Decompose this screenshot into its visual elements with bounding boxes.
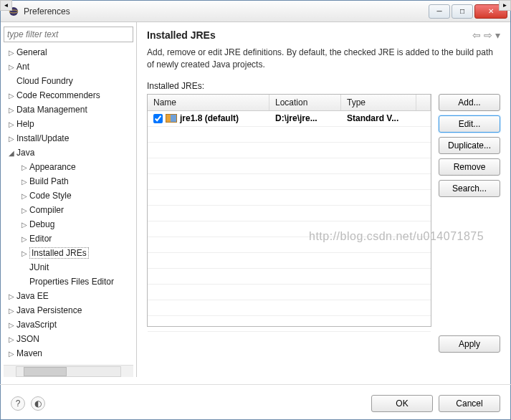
table-row: . <box>148 206 431 221</box>
tree-item-label: Help <box>16 119 34 129</box>
tree-item[interactable]: ▷Editor <box>4 232 133 246</box>
tree-item-label: Cloud Foundry <box>16 76 73 86</box>
table-row: . <box>148 300 431 316</box>
col-type[interactable]: Type <box>341 95 416 110</box>
preferences-tree[interactable]: ▷General▷AntCloud Foundry▷Code Recommend… <box>4 45 133 365</box>
tree-item[interactable]: ▷Java Persistence <box>4 303 133 318</box>
arrow-right-icon: ▷ <box>6 335 16 343</box>
jre-location: D:\jre\jre... <box>269 113 341 123</box>
tree-item-label: General <box>16 47 47 57</box>
remove-button[interactable]: Remove <box>439 158 500 176</box>
tree-item[interactable]: ▷Java EE <box>4 289 133 303</box>
tree-item[interactable]: Cloud Foundry <box>4 74 133 88</box>
table-row: . <box>148 285 431 300</box>
search-button[interactable]: Search... <box>439 180 500 197</box>
table-row: . <box>148 237 431 253</box>
arrow-right-icon: ▷ <box>6 63 16 71</box>
tree-item-label: Installed JREs <box>29 247 89 259</box>
filter-input[interactable] <box>4 27 133 42</box>
col-name[interactable]: Name <box>148 95 269 110</box>
divider <box>0 384 511 385</box>
arrow-right-icon: ▷ <box>19 221 29 229</box>
tree-item[interactable]: ▷Maven <box>4 346 133 361</box>
jre-name: jre1.8 (default) <box>180 113 239 123</box>
tree-item[interactable]: ▷Ant <box>4 59 133 74</box>
tree-item[interactable]: Properties Files Editor <box>4 275 133 289</box>
table-row: . <box>148 158 431 174</box>
tree-item[interactable]: ▷General <box>4 45 133 59</box>
jre-checkbox[interactable] <box>153 114 163 123</box>
tree-item[interactable]: ▷Installed JREs <box>4 246 133 260</box>
apply-button[interactable]: Apply <box>439 335 500 353</box>
status-icon: ◐ <box>31 396 45 411</box>
tree-item-label: JUnit <box>29 262 49 272</box>
tree-item-label: JavaScript <box>16 320 57 330</box>
arrow-right-icon: ▷ <box>19 163 29 171</box>
tree-item-label: Debug <box>29 219 54 229</box>
tree-item[interactable]: ▷Code Recommenders <box>4 88 133 102</box>
table-row[interactable]: jre1.8 (default)D:\jre\jre...Standard V.… <box>148 111 431 127</box>
tree-item[interactable]: ▷Help <box>4 117 133 131</box>
table-row: . <box>148 143 431 158</box>
tree-item-label: Code Recommenders <box>16 90 100 100</box>
ok-button[interactable]: OK <box>371 395 433 412</box>
page-description: Add, remove or edit JRE definitions. By … <box>147 47 500 71</box>
tree-item-label: Java Persistence <box>16 305 82 315</box>
tree-item[interactable]: ▷Build Path <box>4 174 133 188</box>
arrow-right-icon: ▷ <box>6 307 16 315</box>
duplicate-button[interactable]: Duplicate... <box>439 137 500 154</box>
jre-table[interactable]: Name Location Type jre1.8 (default)D:\jr… <box>147 94 431 327</box>
footer: ? ◐ OK Cancel <box>1 391 510 419</box>
tree-item[interactable]: ▷Data Management <box>4 102 133 117</box>
table-row: . <box>148 316 431 332</box>
arrow-right-icon: ▷ <box>19 249 29 257</box>
maximize-button[interactable]: □ <box>452 4 473 19</box>
table-row: . <box>148 221 431 237</box>
tree-item[interactable]: ▷Compiler <box>4 203 133 217</box>
window-title: Preferences <box>24 6 429 16</box>
arrow-right-icon: ▷ <box>6 350 16 358</box>
tree-item[interactable]: ▷Install/Update <box>4 131 133 145</box>
table-row: . <box>148 174 431 190</box>
arrow-right-icon: ▷ <box>19 206 29 214</box>
arrow-down-icon: ◢ <box>6 149 16 157</box>
sidebar-scrollbar[interactable]: ◄ ► <box>4 365 133 377</box>
col-spacer <box>416 95 431 110</box>
scroll-thumb[interactable] <box>24 367 67 376</box>
arrow-right-icon: ▷ <box>6 92 16 100</box>
cancel-button[interactable]: Cancel <box>439 395 500 412</box>
forward-icon[interactable]: ⇨ <box>484 29 492 41</box>
tree-item-label: JSON <box>16 334 39 344</box>
tree-item[interactable]: ▷JSON <box>4 332 133 346</box>
help-icon[interactable]: ? <box>11 396 25 411</box>
table-row: . <box>148 253 431 269</box>
tree-item[interactable]: JUnit <box>4 260 133 275</box>
nav-arrows: ⇦ ⇨ ▾ <box>472 29 500 41</box>
table-row: . <box>148 269 431 285</box>
arrow-right-icon: ▷ <box>6 292 16 300</box>
edit-button[interactable]: Edit... <box>439 115 500 133</box>
page-heading: Installed JREs <box>147 29 500 41</box>
tree-item[interactable]: ▷JavaScript <box>4 318 133 332</box>
dropdown-icon[interactable]: ▾ <box>495 29 500 41</box>
tree-item-label: Compiler <box>29 205 64 215</box>
arrow-right-icon: ▷ <box>19 235 29 243</box>
tree-item[interactable]: ▷Code Style <box>4 188 133 203</box>
jre-type: Standard V... <box>341 113 416 123</box>
jre-icon <box>166 114 177 123</box>
col-location[interactable]: Location <box>269 95 341 110</box>
tree-item[interactable]: ◢Java <box>4 145 133 160</box>
tree-item-label: Maven <box>16 348 42 358</box>
arrow-right-icon: ▷ <box>6 120 16 128</box>
tree-item[interactable]: ▷Debug <box>4 217 133 232</box>
back-icon[interactable]: ⇦ <box>472 29 481 41</box>
arrow-right-icon: ▷ <box>6 321 16 329</box>
add-button[interactable]: Add... <box>439 94 500 111</box>
tree-item[interactable]: ▷Appearance <box>4 160 133 174</box>
minimize-button[interactable]: ─ <box>429 4 450 19</box>
table-header: Name Location Type <box>148 95 431 111</box>
tree-item-label: Data Management <box>16 105 87 115</box>
arrow-right-icon: ▷ <box>6 135 16 143</box>
tree-item-label: Ant <box>16 62 29 72</box>
tree-item-label: Properties Files Editor <box>29 277 114 287</box>
